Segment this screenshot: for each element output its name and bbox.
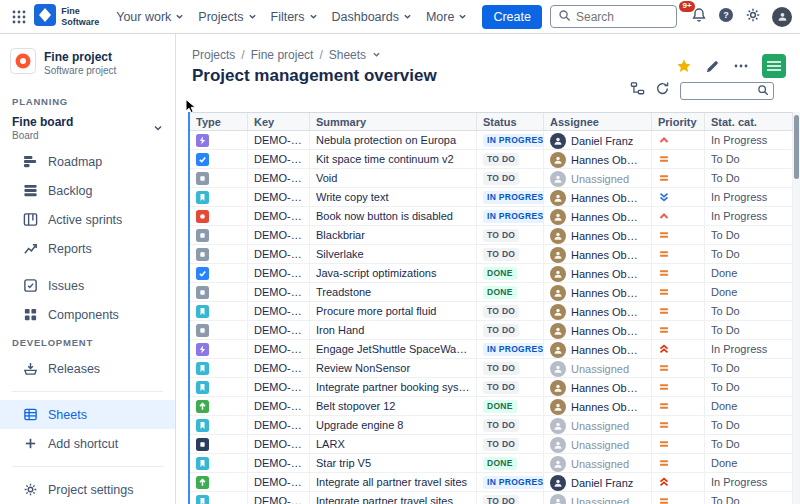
issue-assignee-cell[interactable]: Hannes Obweger [544,226,652,245]
issue-key-cell[interactable]: DEMO-155 [248,359,310,378]
issue-status-cell[interactable]: TO DO [477,359,544,378]
issue-key-cell[interactable]: DEMO-160 [248,245,310,264]
issue-summary-cell[interactable]: Blackbriar [310,226,477,245]
issue-key-cell[interactable]: DEMO-162 [248,283,310,302]
favorite-star-icon[interactable] [676,58,692,78]
sidebar-item-active-sprints[interactable]: Active sprints [0,205,175,234]
issue-summary-cell[interactable]: Treadstone [310,283,477,302]
issue-status-cell[interactable]: TO DO [477,150,544,169]
issue-status-category-cell[interactable]: In Progress [705,340,793,359]
issue-status-category-cell[interactable]: Done [705,454,793,473]
issue-key-cell[interactable]: DEMO-158 [248,150,310,169]
issue-type-cell[interactable] [190,264,248,283]
issue-summary-cell[interactable]: Write copy text [310,188,477,207]
issue-priority-cell[interactable] [652,416,705,435]
sidebar-item-components[interactable]: Components [0,300,175,329]
issue-priority-cell[interactable] [652,169,705,188]
column-header-summary[interactable]: Summary [310,113,477,130]
issue-key-cell[interactable]: DEMO-150 [248,340,310,359]
issue-key-cell[interactable]: DEMO-140 [248,131,310,150]
user-avatar[interactable] [772,7,792,27]
issue-key-cell[interactable]: DEMO-175 [248,169,310,188]
issue-assignee-cell[interactable]: Hannes Obweger [544,321,652,340]
sidebar-item-project-settings[interactable]: Project settings [0,475,175,504]
board-selector[interactable]: Fine board Board [0,113,175,147]
issue-assignee-cell[interactable]: Daniel Franz [544,473,652,492]
issue-status-cell[interactable]: DONE [477,454,544,473]
issue-summary-cell[interactable]: Kit space time continuum v2 [310,150,477,169]
issue-key-cell[interactable]: DEMO-159 [248,321,310,340]
issue-type-cell[interactable] [190,473,248,492]
issue-key-cell[interactable]: DEMO-100 [248,264,310,283]
column-header-stat-cat-[interactable]: Stat. cat. [705,113,793,130]
issue-status-cell[interactable]: TO DO [477,321,544,340]
issue-status-cell[interactable]: TO DO [477,378,544,397]
issue-status-category-cell[interactable]: Done [705,397,793,416]
issue-key-cell[interactable]: DEMO-157 [248,188,310,207]
issue-status-cell[interactable]: DONE [477,283,544,302]
issue-priority-cell[interactable] [652,359,705,378]
issue-type-cell[interactable] [190,492,248,504]
issue-summary-cell[interactable]: Star trip V5 [310,454,477,473]
issue-status-cell[interactable]: TO DO [477,245,544,264]
issue-type-cell[interactable] [190,454,248,473]
issue-key-cell[interactable]: DEMO-156 [248,302,310,321]
vertical-scrollbar[interactable] [793,112,800,504]
issue-type-cell[interactable] [190,245,248,264]
issue-assignee-cell[interactable]: Unassigned [544,435,652,454]
sidebar-item-issues[interactable]: Issues [0,271,175,300]
sheet-search-input[interactable] [684,85,754,97]
issue-assignee-cell[interactable]: Unassigned [544,169,652,188]
issue-assignee-cell[interactable]: Hannes Obweger [544,245,652,264]
issue-assignee-cell[interactable]: Hannes Obweger [544,283,652,302]
issue-key-cell[interactable]: DEMO-174 [248,416,310,435]
sheet-search[interactable] [680,82,774,100]
issue-key-cell[interactable]: DEMO-152 [248,378,310,397]
issue-priority-cell[interactable] [652,264,705,283]
issue-summary-cell[interactable]: Review NonSensor [310,359,477,378]
issue-assignee-cell[interactable]: Hannes Obweger [544,340,652,359]
breadcrumb-item-projects[interactable]: Projects [192,48,235,62]
issue-type-cell[interactable] [190,321,248,340]
issue-key-cell[interactable]: DEMO-103 [248,492,310,504]
issue-status-cell[interactable]: DONE [477,397,544,416]
issue-assignee-cell[interactable]: Hannes Obweger [544,264,652,283]
issue-summary-cell[interactable]: Upgrade engine 8 [310,416,477,435]
issue-priority-cell[interactable] [652,150,705,169]
issue-assignee-cell[interactable]: Unassigned [544,416,652,435]
issue-summary-cell[interactable]: Procure more portal fluid [310,302,477,321]
issue-status-cell[interactable]: TO DO [477,435,544,454]
refresh-icon[interactable] [655,81,670,100]
issue-key-cell[interactable]: DEMO-163 [248,435,310,454]
issue-type-cell[interactable] [190,188,248,207]
issue-status-cell[interactable]: IN PROGRESS [477,473,544,492]
issue-summary-cell[interactable]: Iron Hand [310,321,477,340]
sidebar-item-sheets[interactable]: Sheets [0,400,175,429]
issue-status-category-cell[interactable]: To Do [705,169,793,188]
issue-type-cell[interactable] [190,378,248,397]
issue-type-cell[interactable] [190,150,248,169]
issue-status-category-cell[interactable]: To Do [705,492,793,504]
menu-filters[interactable]: Filters [264,5,325,29]
issue-type-cell[interactable] [190,416,248,435]
create-button[interactable]: Create [482,5,542,29]
issue-key-cell[interactable]: DEMO-106 [248,207,310,226]
issue-status-category-cell[interactable]: In Progress [705,473,793,492]
issue-type-cell[interactable] [190,397,248,416]
issue-type-cell[interactable] [190,340,248,359]
issue-summary-cell[interactable]: Silverlake [310,245,477,264]
issue-type-cell[interactable] [190,207,248,226]
issue-status-category-cell[interactable]: Done [705,283,793,302]
issue-assignee-cell[interactable]: Daniel Franz [544,131,652,150]
issue-summary-cell[interactable]: Integrate all partner travel sites [310,473,477,492]
issue-priority-cell[interactable] [652,492,705,504]
menu-projects[interactable]: Projects [191,5,263,29]
issue-priority-cell[interactable] [652,378,705,397]
issue-type-cell[interactable] [190,359,248,378]
sidebar-item-backlog[interactable]: Backlog [0,176,175,205]
sidebar-item-releases[interactable]: Releases [0,354,175,383]
issue-status-category-cell[interactable]: In Progress [705,207,793,226]
issue-type-cell[interactable] [190,435,248,454]
issue-priority-cell[interactable] [652,321,705,340]
issue-status-category-cell[interactable]: To Do [705,416,793,435]
